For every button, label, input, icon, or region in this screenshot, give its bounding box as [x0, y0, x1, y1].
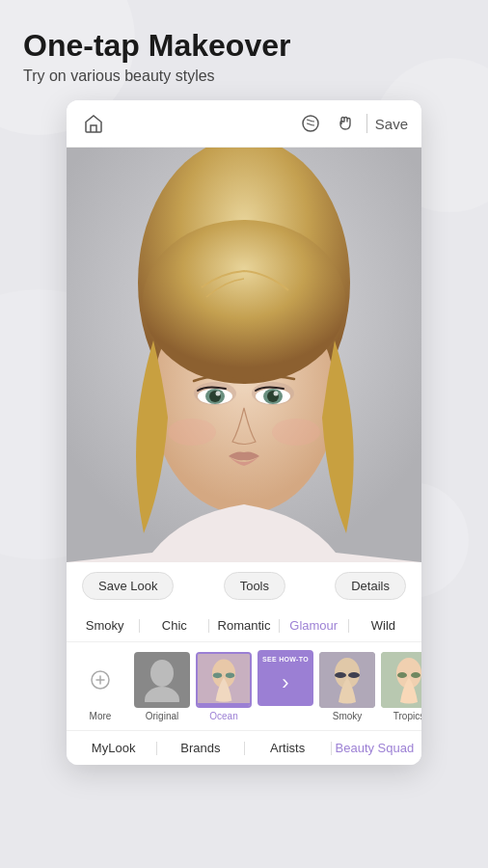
see-how-to-thumb: SEE HOW-TO ›	[258, 650, 313, 706]
bottom-nav: MyLook Brands Artists Beauty Squad	[67, 730, 421, 765]
tab-romantic[interactable]: Romantic	[209, 610, 278, 641]
face-photo	[67, 148, 421, 562]
original-thumb	[134, 652, 190, 708]
looks-row: More Original	[67, 642, 421, 730]
svg-point-22	[213, 672, 222, 678]
svg-point-14	[274, 392, 279, 396]
svg-point-19	[145, 687, 179, 702]
tab-glamour[interactable]: Glamour	[280, 610, 348, 641]
nav-brands[interactable]: Brands	[157, 741, 243, 755]
svg-point-31	[411, 672, 420, 678]
hand-icon[interactable]	[332, 110, 359, 137]
tab-smoky[interactable]: Smoky	[70, 610, 139, 641]
style-tabs: Smoky Chic Romantic Glamour Wild	[67, 610, 421, 642]
svg-point-26	[335, 672, 346, 678]
svg-point-23	[226, 672, 234, 678]
topbar-divider	[366, 114, 367, 133]
svg-point-15	[168, 419, 216, 446]
details-button[interactable]: Details	[335, 572, 406, 600]
svg-point-18	[150, 660, 174, 687]
see-how-label: SEE HOW-TO	[258, 656, 313, 663]
tropics-thumb	[381, 652, 421, 708]
look-ocean[interactable]: Ocean	[196, 652, 252, 721]
more-thumb	[72, 652, 128, 708]
svg-point-9	[216, 392, 221, 396]
look-smoky[interactable]: Smoky	[319, 652, 375, 721]
shape-icon[interactable]	[297, 110, 324, 137]
save-look-button[interactable]: Save Look	[82, 572, 174, 600]
look-tropics[interactable]: Tropics	[381, 652, 421, 721]
ocean-thumb	[196, 652, 252, 708]
look-more[interactable]: More	[72, 652, 128, 721]
svg-point-4	[143, 220, 345, 384]
svg-point-16	[272, 419, 320, 446]
svg-point-30	[397, 672, 407, 678]
svg-point-27	[348, 672, 360, 678]
save-button[interactable]: Save	[375, 116, 408, 132]
ocean-label: Ocean	[209, 711, 237, 721]
see-how-arrow: ›	[282, 670, 288, 695]
home-icon[interactable]	[80, 110, 107, 137]
tropics-label: Tropics	[393, 711, 421, 721]
sub-title: Try on various beauty styles	[23, 68, 465, 85]
tab-wild[interactable]: Wild	[349, 610, 418, 641]
smoky-thumb	[319, 652, 375, 708]
phone-mockup: Save	[67, 100, 421, 765]
look-see-how-to[interactable]: SEE HOW-TO ›	[258, 650, 313, 722]
phone-topbar: Save	[67, 100, 421, 148]
header-section: One-tap Makeover Try on various beauty s…	[0, 0, 488, 100]
nav-mylook[interactable]: MyLook	[70, 741, 156, 755]
main-title: One-tap Makeover	[23, 27, 465, 64]
tab-chic[interactable]: Chic	[140, 610, 208, 641]
nav-artists[interactable]: Artists	[245, 741, 331, 755]
face-image-area	[67, 148, 421, 562]
tools-button[interactable]: Tools	[224, 572, 285, 600]
action-buttons-row: Save Look Tools Details	[67, 562, 421, 610]
nav-beauty-squad[interactable]: Beauty Squad	[332, 741, 418, 755]
smoky-label: Smoky	[333, 711, 363, 721]
look-original[interactable]: Original	[134, 652, 190, 721]
original-label: Original	[146, 711, 178, 721]
more-label: More	[90, 711, 112, 721]
